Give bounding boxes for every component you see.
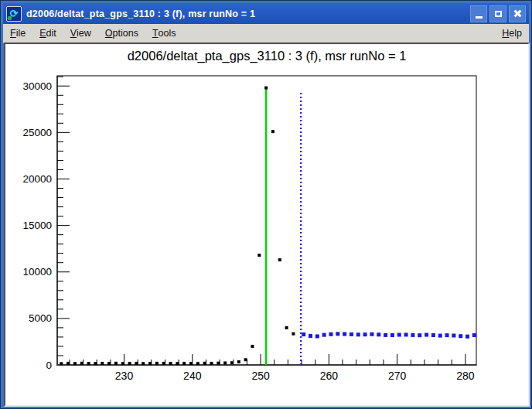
menu-left: FileEditViewOptionsTools [3, 24, 182, 43]
background-level-point [472, 333, 476, 337]
background-level-point [377, 332, 380, 336]
histogram-data-point [271, 130, 275, 133]
close-button[interactable] [509, 5, 526, 22]
x-axis-label: 230 [115, 370, 134, 382]
background-level-point [315, 334, 319, 338]
background-level-point [302, 332, 305, 336]
background-level-point [452, 333, 455, 337]
window-title: d2006/deltat_pta_gps_3110 : 3 (f), msr r… [26, 9, 470, 19]
root-logo-leaf-icon [8, 16, 12, 20]
background-level-point [459, 334, 462, 338]
histogram-data-point [101, 362, 104, 365]
histogram-data-point [142, 362, 145, 365]
background-level-point [370, 332, 373, 336]
y-axis-label: 25000 [22, 127, 52, 138]
y-axis-label: 15000 [22, 220, 52, 231]
histogram-data-point [176, 362, 179, 365]
menu-item-tools[interactable]: Tools [145, 24, 183, 43]
histogram-data-point [217, 362, 220, 365]
histogram-data-point [251, 345, 254, 348]
background-level-point [431, 333, 435, 337]
histogram-data-point [114, 362, 118, 365]
histogram-data-point [169, 362, 172, 365]
histogram-data-point [94, 362, 97, 365]
histogram-data-point [87, 362, 90, 365]
background-level-point [343, 332, 346, 336]
histogram-data-point [107, 362, 111, 365]
maximize-icon [495, 11, 502, 17]
x-axis-label: 280 [456, 370, 475, 382]
menu-item-help[interactable]: Help [495, 24, 529, 43]
histogram-data-point [73, 362, 77, 365]
y-axis-label: 5000 [29, 312, 52, 324]
histogram-data-point [257, 254, 261, 257]
histogram-data-point [80, 362, 84, 365]
histogram-data-point [292, 332, 295, 336]
background-level-point [384, 333, 387, 337]
y-axis-label: 30000 [22, 80, 52, 92]
histogram-data-point [135, 362, 138, 365]
root-canvas-svg[interactable]: 2302402502602702800500010000150002000025… [5, 44, 528, 405]
menu-item-file[interactable]: File [3, 24, 32, 43]
histogram-data-point [66, 362, 70, 365]
background-level-point [445, 333, 449, 337]
menu-right: Help [495, 24, 529, 43]
background-level-point [466, 335, 469, 339]
histogram-data-point [210, 362, 213, 365]
background-level-point [356, 332, 360, 336]
background-level-point [350, 332, 353, 336]
background-level-point [438, 334, 442, 338]
app-icon[interactable]: ⟳ [6, 6, 22, 22]
x-axis-label: 260 [320, 370, 339, 382]
histogram-data-point [244, 358, 247, 361]
x-axis-label: 250 [251, 370, 270, 382]
y-axis-label: 0 [46, 360, 52, 371]
histogram-data-point [230, 361, 234, 364]
background-level-point [336, 332, 339, 336]
x-axis-label: 270 [388, 370, 407, 382]
histogram-data-point [128, 362, 131, 365]
window-controls [470, 5, 526, 22]
background-level-point [390, 333, 394, 337]
histogram-data-point [148, 362, 152, 365]
minimize-button[interactable] [470, 5, 487, 22]
background-level-point [309, 334, 312, 338]
y-axis-label: 20000 [22, 173, 52, 185]
close-icon [513, 9, 522, 18]
histogram-data-point [182, 362, 186, 365]
histogram-data-point [223, 361, 227, 364]
menu-bar: FileEditViewOptionsTools Help [3, 24, 529, 43]
canvas-area[interactable]: 2302402502602702800500010000150002000025… [4, 43, 530, 407]
background-level-point [425, 333, 428, 337]
histogram-data-point [155, 362, 159, 365]
histogram-data-point [203, 362, 206, 365]
background-level-point [329, 332, 332, 336]
background-level-point [404, 332, 408, 336]
histogram-data-point [237, 360, 240, 363]
histogram-data-point [189, 362, 193, 365]
background-level-point [363, 332, 367, 336]
histogram-data-point [285, 326, 288, 329]
background-level-point [418, 333, 421, 337]
plot-title: d2006/deltat_pta_gps_3110 : 3 (f), msr r… [128, 49, 407, 63]
root-window: ⟳ d2006/deltat_pta_gps_3110 : 3 (f), msr… [0, 0, 532, 409]
histogram-data-point [278, 258, 281, 261]
background-level-point [322, 333, 326, 337]
maximize-button[interactable] [489, 5, 506, 22]
histogram-data-point [60, 362, 63, 365]
x-axis-label: 240 [183, 370, 202, 382]
menu-item-view[interactable]: View [63, 24, 98, 43]
histogram-data-point [196, 362, 200, 365]
window-titlebar: ⟳ d2006/deltat_pta_gps_3110 : 3 (f), msr… [3, 3, 529, 24]
minimize-icon [476, 16, 483, 19]
menu-item-options[interactable]: Options [98, 24, 145, 43]
histogram-data-point [121, 362, 124, 365]
menu-item-edit[interactable]: Edit [32, 24, 63, 43]
histogram-data-point [162, 362, 165, 365]
y-axis-label: 10000 [22, 266, 52, 278]
background-level-point [397, 333, 401, 337]
background-level-point [411, 333, 414, 337]
histogram-data-point [264, 87, 268, 90]
